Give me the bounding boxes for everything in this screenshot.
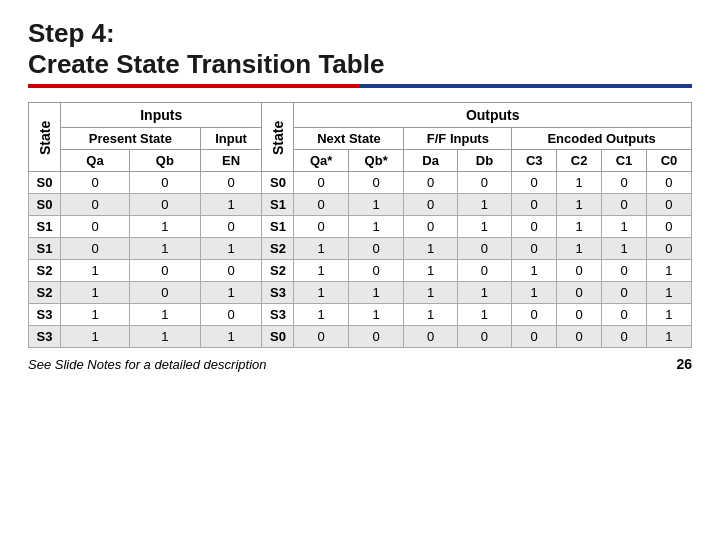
col-qb: Qb [129, 150, 200, 172]
table-cell: S2 [29, 260, 61, 282]
table-cell: 0 [200, 260, 262, 282]
table-cell: 0 [348, 260, 404, 282]
table-cell: 0 [457, 260, 512, 282]
table-cell: 1 [404, 260, 457, 282]
table-cell: 1 [557, 216, 602, 238]
table-cell: S2 [29, 282, 61, 304]
table-cell: 0 [557, 260, 602, 282]
table-cell: 1 [200, 326, 262, 348]
table-cell: 0 [129, 260, 200, 282]
table-cell: 1 [457, 304, 512, 326]
table-cell: 1 [602, 216, 647, 238]
table-cell: 0 [457, 172, 512, 194]
table-cell: 0 [512, 194, 557, 216]
table-wrapper: State Inputs State Outputs Present St [28, 102, 692, 348]
table-row: S3110S311110001 [29, 304, 692, 326]
table-cell: 1 [457, 194, 512, 216]
table-cell: 1 [557, 238, 602, 260]
next-state-header: State [262, 103, 294, 172]
table-cell: 0 [294, 172, 348, 194]
table-cell: 0 [646, 172, 691, 194]
table-cell: S1 [29, 216, 61, 238]
table-cell: 0 [294, 326, 348, 348]
title-underline [28, 84, 692, 88]
table-cell: 1 [61, 304, 130, 326]
table-cell: 0 [512, 238, 557, 260]
table-cell: 1 [129, 326, 200, 348]
table-cell: 1 [61, 326, 130, 348]
input-header: Input [200, 128, 262, 150]
table-cell: 1 [348, 194, 404, 216]
table-cell: S1 [262, 194, 294, 216]
slide-title: Step 4: Create State Transition Table [28, 18, 692, 80]
table-cell: 0 [646, 216, 691, 238]
col-da: Da [404, 150, 457, 172]
state-transition-table: State Inputs State Outputs Present St [28, 102, 692, 348]
col-db: Db [457, 150, 512, 172]
table-cell: 1 [512, 260, 557, 282]
table-cell: 1 [457, 216, 512, 238]
table-cell: 1 [404, 238, 457, 260]
table-cell: 0 [61, 216, 130, 238]
table-cell: 1 [457, 282, 512, 304]
table-cell: S2 [262, 260, 294, 282]
table-cell: 0 [557, 304, 602, 326]
outputs-header: Outputs [294, 103, 692, 128]
table-cell: S0 [262, 326, 294, 348]
table-cell: S0 [29, 194, 61, 216]
col-c0: C0 [646, 150, 691, 172]
table-row: S1011S210100110 [29, 238, 692, 260]
table-cell: 0 [512, 216, 557, 238]
table-cell: 0 [457, 238, 512, 260]
table-cell: 0 [129, 172, 200, 194]
table-row: S3111S000000001 [29, 326, 692, 348]
table-row: S1010S101010110 [29, 216, 692, 238]
table-cell: 1 [129, 304, 200, 326]
table-cell: 0 [404, 194, 457, 216]
table-cell: 1 [129, 238, 200, 260]
header-row-section: State Inputs State Outputs [29, 103, 692, 128]
footer-page: 26 [676, 356, 692, 372]
table-cell: 0 [512, 304, 557, 326]
inputs-header: Inputs [61, 103, 262, 128]
table-cell: 1 [404, 282, 457, 304]
table-cell: 0 [294, 194, 348, 216]
table-cell: 0 [348, 326, 404, 348]
table-cell: 1 [348, 282, 404, 304]
table-cell: 1 [129, 216, 200, 238]
table-cell: 1 [200, 194, 262, 216]
table-cell: 0 [512, 172, 557, 194]
table-cell: 0 [602, 282, 647, 304]
table-cell: 1 [294, 260, 348, 282]
col-qa: Qa [61, 150, 130, 172]
table-cell: 0 [557, 282, 602, 304]
table-cell: 1 [294, 282, 348, 304]
state-header: State [29, 103, 61, 172]
table-cell: 1 [646, 304, 691, 326]
table-cell: 0 [404, 216, 457, 238]
table-cell: 1 [646, 326, 691, 348]
footer: See Slide Notes for a detailed descripti… [28, 356, 692, 372]
table-cell: 0 [602, 260, 647, 282]
table-cell: 0 [294, 216, 348, 238]
table-cell: 0 [348, 172, 404, 194]
page: Step 4: Create State Transition Table St… [0, 0, 720, 540]
table-cell: 0 [61, 238, 130, 260]
table-cell: 0 [404, 326, 457, 348]
table-cell: 0 [61, 172, 130, 194]
table-cell: 0 [646, 238, 691, 260]
table-cell: 1 [557, 172, 602, 194]
table-cell: 0 [404, 172, 457, 194]
col-en: EN [200, 150, 262, 172]
table-cell: 1 [646, 260, 691, 282]
table-cell: S3 [29, 326, 61, 348]
table-cell: 1 [348, 304, 404, 326]
table-cell: 1 [294, 238, 348, 260]
table-cell: S3 [262, 282, 294, 304]
table-cell: S3 [262, 304, 294, 326]
table-cell: 1 [61, 282, 130, 304]
next-state-sub-header: Next State [294, 128, 404, 150]
ff-inputs-header: F/F Inputs [404, 128, 512, 150]
table-cell: 0 [457, 326, 512, 348]
col-c1: C1 [602, 150, 647, 172]
